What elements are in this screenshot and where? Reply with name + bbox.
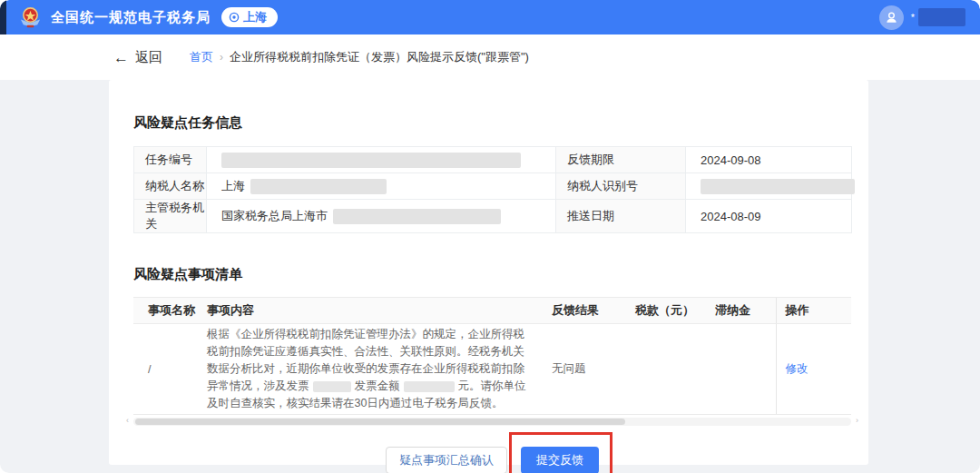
horizontal-scrollbar-track[interactable]: ‹ › (133, 418, 851, 426)
table-header-row: 事项名称 事项内容 反馈结果 税款（元） 滞纳金 操作 (133, 298, 851, 324)
column-header-item-content: 事项内容 (207, 298, 552, 324)
redacted-value (250, 179, 387, 194)
redacted-value (221, 153, 521, 168)
location-switcher[interactable]: 上海 (221, 7, 278, 27)
tax-bureau-emblem-icon (18, 5, 43, 30)
cell-feedback-result: 无问题 (552, 324, 635, 415)
breadcrumb-bar: ← 返回 首页 › 企业所得税税前扣除凭证（发票）风险提示反馈("跟票管") (0, 34, 980, 80)
field-label-feedback-deadline: 反馈期限 (556, 147, 686, 173)
page: 全国统一规范电子税务局 上海 * ← 返回 首页 › (0, 0, 980, 473)
submit-button-wrapper: 提交反馈 (521, 447, 599, 473)
footer-button-row: 疑点事项汇总确认 提交反馈 (133, 447, 851, 473)
column-header-late-fee: 滞纳金 (715, 298, 776, 324)
user-avatar[interactable] (879, 5, 904, 30)
top-header-bar: 全国统一规范电子税务局 上海 * (0, 0, 980, 34)
cell-item-content: 根据《企业所得税税前扣除凭证管理办法》的规定，企业所得税税前扣除凭证应遵循真实性… (207, 324, 552, 415)
cell-tax-amount (635, 324, 715, 415)
table-row: 主管税务机关 国家税务总局上海市 推送日期 2024-08-09 (134, 200, 852, 233)
task-info-section-title: 风险疑点任务信息 (133, 114, 851, 132)
horizontal-scrollbar-thumb[interactable] (135, 419, 625, 425)
location-label: 上海 (243, 9, 267, 25)
field-value-feedback-deadline: 2024-09-08 (686, 147, 852, 173)
window-edge (0, 0, 6, 34)
back-arrow-icon: ← (113, 50, 129, 65)
redacted-value (701, 179, 855, 194)
column-header-item-name: 事项名称 (133, 298, 207, 324)
table-row: 任务编号 反馈期限 2024-09-08 (134, 147, 852, 173)
cell-action: 修改 (776, 324, 851, 415)
breadcrumb-home-link[interactable]: 首页 (190, 49, 213, 65)
user-avatar-icon (885, 11, 898, 25)
breadcrumb: 首页 › 企业所得税税前扣除凭证（发票）风险提示反馈("跟票管") (190, 49, 529, 65)
content-area: 风险疑点任务信息 任务编号 反馈期限 2024-09-08 纳税人名称 上海 纳… (0, 80, 980, 473)
column-header-tax-amount: 税款（元） (635, 298, 715, 324)
risk-items-table: 事项名称 事项内容 反馈结果 税款（元） 滞纳金 操作 / 根据《企业所得税税前… (133, 297, 851, 415)
value-text: 国家税务总局上海市 (221, 209, 328, 222)
location-pin-icon (229, 12, 240, 23)
breadcrumb-separator: › (220, 51, 223, 64)
field-label-task-number: 任务编号 (134, 147, 207, 173)
field-label-taxpayer-name: 纳税人名称 (134, 173, 207, 200)
redacted-value (333, 209, 501, 224)
field-value-tax-authority: 国家税务总局上海市 (207, 200, 556, 233)
items-section-title: 风险疑点事项清单 (133, 266, 851, 283)
breadcrumb-current-page: 企业所得税税前扣除凭证（发票）风险提示反馈("跟票管") (230, 49, 529, 65)
field-label-tax-authority: 主管税务机关 (134, 200, 207, 233)
field-value-push-date: 2024-08-09 (686, 200, 852, 233)
back-button[interactable]: ← 返回 (113, 49, 162, 66)
field-value-taxpayer-id (686, 173, 852, 200)
summary-confirm-button[interactable]: 疑点事项汇总确认 (386, 447, 507, 473)
scrollbar-right-arrow-icon[interactable]: › (856, 416, 858, 425)
table-row: 纳税人名称 上海 纳税人识别号 (134, 173, 852, 200)
table-row: / 根据《企业所得税税前扣除凭证管理办法》的规定，企业所得税税前扣除凭证应遵循真… (133, 324, 851, 415)
user-name-prefix: * (911, 12, 915, 23)
column-header-action: 操作 (776, 298, 851, 324)
main-card: 风险疑点任务信息 任务编号 反馈期限 2024-09-08 纳税人名称 上海 纳… (109, 80, 868, 465)
header-user-area: * (879, 5, 965, 30)
app-title: 全国统一规范电子税务局 (51, 9, 211, 26)
redacted-invoice-count (313, 381, 351, 392)
item-content-text: 根据《企业所得税税前扣除凭证管理办法》的规定，企业所得税税前扣除凭证应遵循真实性… (207, 326, 532, 412)
back-label: 返回 (135, 49, 162, 66)
scrollbar-left-arrow-icon[interactable]: ‹ (126, 416, 129, 425)
column-header-feedback-result: 反馈结果 (552, 298, 635, 324)
field-label-taxpayer-id: 纳税人识别号 (556, 173, 686, 200)
redacted-invoice-amount (404, 381, 455, 392)
field-label-push-date: 推送日期 (556, 200, 686, 233)
cell-late-fee (715, 324, 776, 415)
task-info-table: 任务编号 反馈期限 2024-09-08 纳税人名称 上海 纳税人识别号 主管税… (133, 146, 852, 233)
submit-feedback-button[interactable]: 提交反馈 (521, 447, 599, 473)
field-value-taxpayer-name: 上海 (207, 173, 556, 200)
value-text: 上海 (221, 179, 245, 192)
field-value-task-number (207, 147, 556, 173)
cell-item-name: / (133, 324, 207, 415)
content-part: 发票金额 (355, 379, 400, 392)
user-name-redacted (918, 8, 965, 26)
modify-link[interactable]: 修改 (786, 362, 808, 375)
